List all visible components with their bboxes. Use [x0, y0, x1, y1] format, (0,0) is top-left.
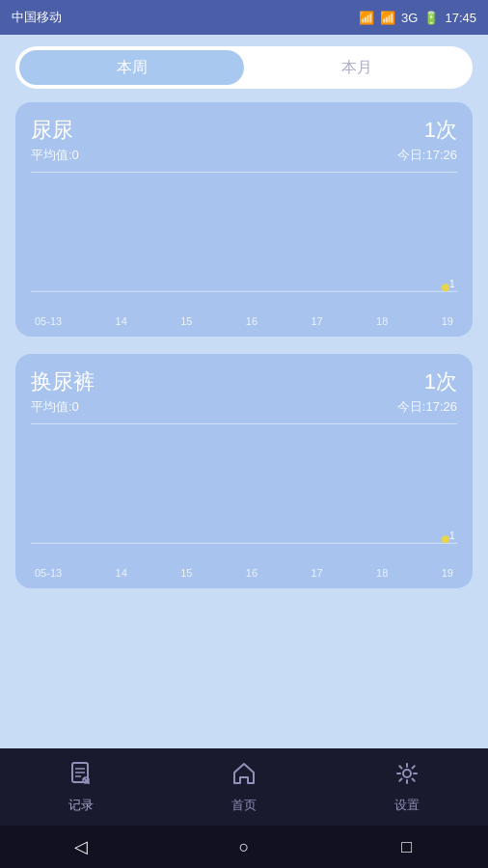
svg-text:1: 1 [449, 279, 455, 289]
home-icon [230, 760, 258, 793]
diaper-x-6: 19 [442, 567, 453, 579]
urine-card-header: 尿尿 1次 [31, 116, 457, 145]
diaper-x-4: 17 [311, 567, 322, 579]
recent-button[interactable]: □ [388, 837, 426, 857]
diaper-today: 今日:17:26 [397, 398, 457, 416]
svg-point-1 [442, 284, 449, 291]
svg-point-4 [442, 535, 449, 543]
diaper-x-2: 15 [180, 567, 192, 579]
nav-settings[interactable]: 设置 [368, 760, 446, 814]
svg-point-11 [403, 770, 411, 777]
back-button[interactable]: ◁ [62, 836, 100, 857]
settings-icon [393, 760, 420, 793]
time-label: 17:45 [445, 11, 476, 25]
urine-x-0: 05-13 [35, 315, 62, 327]
urine-chart-svg: 1 [31, 178, 457, 313]
diaper-x-0: 05-13 [35, 567, 62, 579]
sys-nav: ◁ ○ □ [0, 826, 488, 868]
status-right: 📶 📶 3G 🔋 17:45 [359, 11, 476, 25]
diaper-x-3: 16 [246, 567, 258, 579]
urine-chart: 1 [31, 178, 457, 313]
diaper-chart-svg: 1 [31, 430, 457, 565]
urine-x-1: 14 [116, 315, 127, 327]
urine-today: 今日:17:26 [397, 147, 457, 164]
home-label: 首页 [231, 797, 257, 814]
diaper-card: 换尿裤 1次 平均值:0 今日:17:26 1 05-13 14 15 16 1… [15, 354, 473, 588]
diaper-title: 换尿裤 [31, 367, 95, 396]
diaper-x-5: 18 [376, 567, 388, 579]
urine-card: 尿尿 1次 平均值:0 今日:17:26 1 05-13 14 15 16 17… [15, 102, 473, 337]
status-bar: 中国移动 📶 📶 3G 🔋 17:45 [0, 0, 488, 35]
battery-icon: 🔋 [423, 11, 439, 25]
settings-label: 设置 [394, 797, 420, 814]
diaper-sub: 平均值:0 今日:17:26 [31, 398, 457, 424]
main-content: 本周 本月 尿尿 1次 平均值:0 今日:17:26 1 05-13 14 15 [0, 35, 488, 748]
tab-monthly[interactable]: 本月 [244, 50, 469, 85]
nav-home[interactable]: 首页 [205, 760, 283, 814]
urine-x-2: 15 [180, 315, 192, 327]
diaper-avg: 平均值:0 [31, 398, 79, 416]
home-button[interactable]: ○ [225, 837, 263, 857]
urine-x-3: 16 [246, 315, 258, 327]
urine-x-labels: 05-13 14 15 16 17 18 19 [31, 315, 457, 327]
tab-bar: 本周 本月 [15, 46, 473, 89]
urine-x-4: 17 [311, 315, 322, 327]
diaper-count: 1次 [424, 367, 457, 396]
urine-x-5: 18 [376, 315, 388, 327]
bottom-nav: 记录 首页 设置 [0, 748, 488, 826]
diaper-card-header: 换尿裤 1次 [31, 367, 457, 396]
diaper-chart: 1 [31, 430, 457, 565]
signal-icon: 3G [401, 11, 418, 25]
nav-records[interactable]: 记录 [42, 760, 120, 814]
svg-text:1: 1 [449, 530, 455, 541]
diaper-x-labels: 05-13 14 15 16 17 18 19 [31, 567, 457, 579]
wifi-icon: 📶 [380, 11, 395, 25]
records-label: 记录 [68, 797, 94, 814]
urine-avg: 平均值:0 [31, 147, 79, 164]
carrier-label: 中国移动 [12, 9, 62, 26]
records-icon [68, 760, 95, 793]
urine-title: 尿尿 [31, 116, 73, 145]
urine-x-6: 19 [442, 315, 453, 327]
urine-count: 1次 [424, 116, 457, 145]
bluetooth-icon: 📶 [359, 11, 374, 25]
diaper-x-1: 14 [116, 567, 127, 579]
urine-sub: 平均值:0 今日:17:26 [31, 147, 457, 173]
tab-weekly[interactable]: 本周 [19, 50, 244, 85]
